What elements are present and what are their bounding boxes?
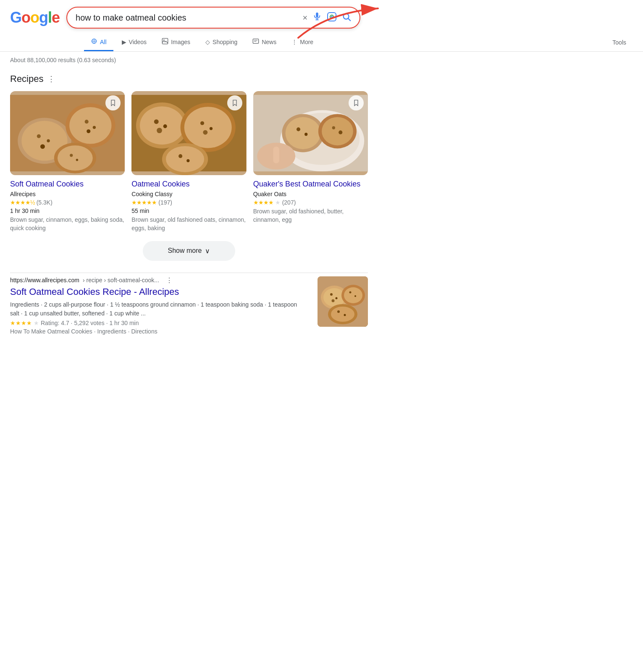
svg-point-37 [157,128,162,133]
voice-icon[interactable] [312,12,322,24]
tab-images-label: Images [171,39,190,45]
recipes-more-icon[interactable]: ⋮ [47,74,55,84]
result-stats-text: About 88,100,000 results (0.63 seconds) [10,57,116,63]
all-icon [91,38,97,46]
tab-shopping[interactable]: ◇ Shopping [199,34,244,51]
recipe-source-3: Quaker Oats [253,191,368,197]
svg-rect-12 [162,38,168,44]
shopping-icon: ◇ [205,39,210,45]
search-input[interactable] [76,13,297,23]
web-stars: ★★★★ [10,320,32,326]
svg-rect-14 [253,39,259,44]
rating-count-1: (5.3K) [37,199,52,206]
svg-point-27 [87,129,90,133]
recipe-time-1: 1 hr 30 min [10,207,125,214]
tab-all[interactable]: All [84,34,113,51]
svg-point-69 [344,287,362,303]
svg-line-7 [348,18,350,21]
tab-all-label: All [100,39,107,45]
tab-news[interactable]: News [246,34,283,51]
web-result-path: › recipe › soft-oatmeal-cook... [83,277,159,284]
recipe-link-2[interactable]: Oatmeal Cookies [131,179,246,189]
logo-e: e [52,9,60,26]
svg-point-45 [178,154,182,158]
web-result-rating: ★★★★★ Rating: 4.7 · 5,292 votes · 1 hr 3… [10,320,311,326]
recipe-card-3[interactable]: Quaker's Best Oatmeal Cookies Quaker Oat… [253,91,368,233]
svg-point-42 [203,130,208,135]
svg-point-22 [40,144,45,149]
main-content: Recipes ⋮ [0,67,378,341]
svg-point-46 [187,159,190,162]
tab-more[interactable]: ⋮ More [285,34,320,51]
web-result-links: How To Make Oatmeal Cookies · Ingredient… [10,328,311,335]
svg-point-24 [69,107,111,144]
svg-point-39 [184,107,232,148]
svg-point-53 [304,133,307,136]
svg-point-29 [58,145,93,171]
svg-point-35 [154,119,159,124]
show-more-label: Show more [168,247,202,255]
svg-rect-60 [273,147,279,163]
recipe-card-2[interactable]: Oatmeal Cookies Cooking Classy ★★★★★ (19… [131,91,246,233]
recipe-ingredients-3: Brown sugar, old fashioned, butter, cinn… [253,207,368,224]
web-result-thumbnail [318,276,368,327]
logo-g: G [10,9,21,26]
svg-point-41 [210,127,213,130]
bookmark-btn-3[interactable] [349,95,364,110]
svg-point-52 [297,127,300,131]
svg-point-36 [163,124,167,128]
svg-point-31 [76,159,78,161]
recipe-source-2: Cooking Classy [131,191,246,197]
recipe-card-1[interactable]: Soft Oatmeal Cookies Allrecipes ★★★★½ (5… [10,91,125,233]
recipe-ingredients-1: Brown sugar, cinnamon, eggs, baking soda… [10,216,125,232]
svg-point-40 [200,121,204,125]
stars-2: ★★★★★ [131,199,157,206]
tab-more-label: More [300,39,313,45]
svg-point-5 [331,16,333,18]
svg-point-56 [332,126,335,129]
svg-point-13 [163,39,165,41]
svg-point-26 [93,126,96,129]
videos-icon: ▶ [122,39,126,45]
svg-point-65 [330,293,333,296]
web-result-more-icon[interactable]: ⋮ [166,276,173,284]
svg-point-25 [85,120,89,123]
recipe-time-2: 55 min [131,207,246,214]
svg-rect-0 [316,13,318,18]
svg-point-74 [337,310,340,313]
recipe-rating-2: ★★★★★ (197) [131,199,246,206]
svg-point-51 [285,117,320,150]
search-icon[interactable] [342,12,351,23]
tab-shopping-label: Shopping [213,39,237,45]
recipe-rating-1: ★★★★½ (5.3K) [10,199,125,206]
tab-images[interactable]: Images [155,34,197,51]
nav-tabs: All ▶ Videos Images ◇ Shopping News ⋮ Mo… [0,32,643,52]
recipe-image-3 [253,91,368,175]
svg-point-71 [354,295,356,297]
rating-count-2: (197) [158,199,172,206]
svg-point-57 [339,131,342,134]
svg-point-67 [332,299,335,302]
recipe-link-3[interactable]: Quaker's Best Oatmeal Cookies [253,179,368,189]
logo-o2: o [30,9,39,26]
logo-g2: g [39,9,48,26]
web-result-title[interactable]: Soft Oatmeal Cookies Recipe - Allrecipes [10,286,311,298]
tab-news-label: News [262,39,276,45]
lens-icon[interactable] [327,12,337,24]
web-rating-text: Rating: 4.7 · 5,292 votes · 1 hr 30 min [41,320,139,326]
svg-point-75 [344,314,346,316]
recipe-link-1[interactable]: Soft Oatmeal Cookies [10,179,125,189]
stars-1: ★★★★½ [10,199,35,206]
tab-videos[interactable]: ▶ Videos [115,34,154,51]
recipe-source-1: Allrecipes [10,191,125,197]
rating-count-3: (207) [282,199,296,206]
stars-3: ★★★★ [253,199,273,206]
search-bar-wrapper: × [66,7,360,29]
bookmark-btn-2[interactable] [227,95,242,110]
show-more-button[interactable]: Show more ∨ [143,241,236,261]
search-bar: × [66,7,360,29]
header: Google × [0,0,643,32]
tools-button[interactable]: Tools [606,35,633,50]
news-icon [252,38,259,46]
clear-icon[interactable]: × [302,13,307,23]
